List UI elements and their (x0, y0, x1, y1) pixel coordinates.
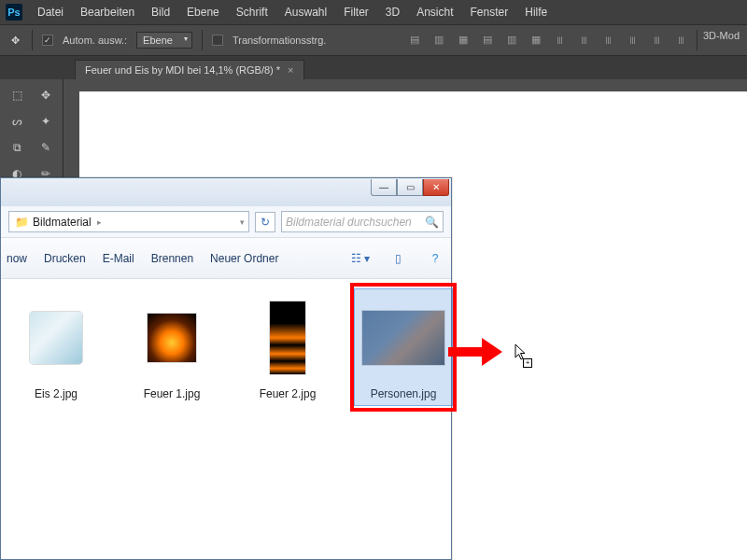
lasso-tool-icon[interactable]: ᔕ (4, 109, 31, 133)
cmd-new-folder[interactable]: Neuer Ordner (210, 252, 278, 265)
ps-document-tab[interactable]: Feuer und Eis by MDI bei 14,1% (RGB/8) *… (75, 60, 304, 79)
menu-filter[interactable]: Filter (344, 6, 369, 19)
close-button[interactable]: ✕ (423, 179, 449, 196)
menu-3d[interactable]: 3D (386, 6, 400, 19)
doc-tab-title: Feuer und Eis by MDI bei 14,1% (RGB/8) * (85, 64, 280, 76)
maximize-button[interactable]: ▭ (397, 179, 423, 196)
refresh-button[interactable]: ↻ (255, 212, 275, 232)
divider (32, 30, 33, 50)
align-icon[interactable]: ▥ (502, 30, 521, 49)
transform-label: Transformationsstrg. (233, 35, 326, 46)
menu-type[interactable]: Schrift (236, 6, 268, 19)
file-item-feuer2[interactable]: Feuer 2.jpg (246, 296, 330, 400)
ps-logo-icon: Ps (6, 4, 22, 21)
menu-edit[interactable]: Bearbeiten (80, 6, 134, 19)
distribute-icon[interactable]: ⫼ (599, 30, 618, 49)
align-icon[interactable]: ▦ (527, 30, 545, 49)
file-pane[interactable]: Eis 2.jpg Feuer 1.jpg Feuer 2.jpg Person… (1, 279, 451, 417)
thumbnail-icon (148, 314, 196, 362)
move-tool-icon[interactable]: ✥ (33, 83, 60, 107)
align-icon[interactable]: ▤ (478, 30, 497, 49)
file-name: Eis 2.jpg (35, 387, 78, 400)
preview-pane-icon[interactable]: ▯ (388, 248, 408, 269)
chevron-down-icon[interactable]: ▾ (240, 217, 248, 227)
distribute-icon[interactable]: ⫼ (551, 30, 570, 49)
menu-layer[interactable]: Ebene (187, 6, 219, 19)
ps-main-menu: Datei Bearbeiten Bild Ebene Schrift Ausw… (37, 6, 547, 19)
menu-select[interactable]: Auswahl (285, 6, 327, 19)
thumbnail-icon (30, 312, 82, 364)
divider (202, 30, 203, 50)
explorer-titlebar[interactable]: — ▭ ✕ (1, 178, 451, 206)
close-tab-icon[interactable]: × (288, 64, 293, 76)
wand-tool-icon[interactable]: ✦ (33, 109, 60, 133)
file-item-feuer1[interactable]: Feuer 1.jpg (130, 296, 214, 400)
divider (697, 30, 698, 50)
ps-options-bar: ✥ ✓ Autom. ausw.: Ebene Transformationss… (0, 24, 747, 56)
breadcrumb-label: Bildmaterial (33, 216, 92, 229)
file-name: Feuer 2.jpg (260, 387, 317, 400)
menu-image[interactable]: Bild (151, 6, 170, 19)
menu-view[interactable]: Ansicht (416, 6, 453, 19)
mode-3d-label[interactable]: 3D-Mod (703, 30, 740, 50)
alignment-icons: ▤ ▥ ▦ ▤ ▥ ▦ ⫼ ⫼ ⫼ ⫼ ⫼ ⫼ 3D-Mod (405, 30, 740, 50)
breadcrumb[interactable]: 📁 Bildmaterial ▸ ▾ (8, 211, 249, 232)
transform-checkbox[interactable] (212, 35, 223, 46)
ps-toolbox: ⬚ ✥ ᔕ ✦ ⧉ ✎ ◐ ✏ (0, 79, 63, 189)
folder-icon: 📁 (15, 216, 29, 229)
move-tool-icon: ✥ (7, 33, 22, 48)
eyedropper-tool-icon[interactable]: ✎ (33, 135, 60, 160)
menu-window[interactable]: Fenster (471, 6, 509, 19)
align-icon[interactable]: ▥ (430, 30, 448, 49)
cmd-burn[interactable]: Brennen (151, 252, 193, 265)
distribute-icon[interactable]: ⫼ (648, 30, 667, 49)
distribute-icon[interactable]: ⫼ (672, 30, 691, 49)
cmd-print[interactable]: Drucken (44, 252, 86, 265)
menu-help[interactable]: Hilfe (525, 6, 547, 19)
explorer-toolbar: now Drucken E-Mail Brennen Neuer Ordner … (1, 238, 451, 279)
autoselect-target-select[interactable]: Ebene (136, 32, 192, 49)
selection-highlight (354, 288, 453, 406)
file-item-eis2[interactable]: Eis 2.jpg (14, 296, 98, 400)
thumbnail-icon (270, 301, 305, 374)
ps-titlebar: Ps Datei Bearbeiten Bild Ebene Schrift A… (0, 0, 747, 24)
annotation-arrow (448, 338, 504, 366)
align-icon[interactable]: ▦ (454, 30, 472, 49)
autoselect-checkbox[interactable]: ✓ (42, 35, 53, 46)
distribute-icon[interactable]: ⫼ (575, 30, 594, 49)
menu-file[interactable]: Datei (37, 6, 63, 19)
ps-document-tab-bar: Feuer und Eis by MDI bei 14,1% (RGB/8) *… (0, 56, 747, 79)
file-item-personen[interactable]: Personen.jpg (361, 296, 445, 400)
file-name: Feuer 1.jpg (144, 387, 201, 400)
explorer-address-bar: 📁 Bildmaterial ▸ ▾ ↻ Bildmaterial durchs… (1, 206, 451, 238)
search-placeholder: Bildmaterial durchsuchen (286, 216, 412, 229)
autoselect-label: Autom. ausw.: (63, 35, 127, 46)
distribute-icon[interactable]: ⫼ (624, 30, 642, 49)
search-input[interactable]: Bildmaterial durchsuchen 🔍 (281, 211, 444, 232)
explorer-window: — ▭ ✕ 📁 Bildmaterial ▸ ▾ ↻ Bildmaterial … (0, 177, 452, 560)
crop-tool-icon[interactable]: ⧉ (4, 135, 31, 160)
cmd-email[interactable]: E-Mail (103, 252, 134, 265)
help-icon[interactable]: ? (425, 248, 445, 269)
chevron-right-icon[interactable]: ▸ (97, 217, 102, 227)
search-icon: 🔍 (425, 216, 439, 229)
view-options-icon[interactable]: ☷ ▾ (350, 248, 371, 269)
align-icon[interactable]: ▤ (405, 30, 424, 49)
marquee-tool-icon[interactable]: ⬚ (4, 83, 31, 107)
cmd-preview[interactable]: now (7, 252, 27, 265)
minimize-button[interactable]: — (371, 179, 397, 196)
